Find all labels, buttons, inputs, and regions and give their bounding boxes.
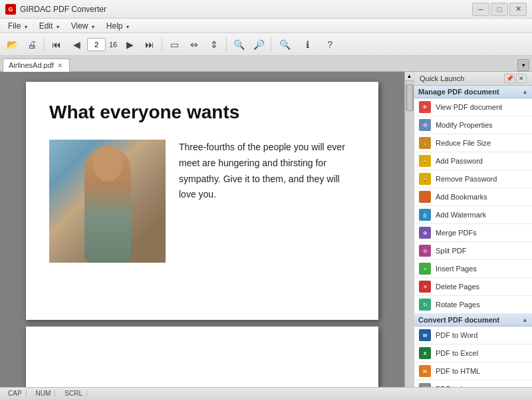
toolbar-open-button[interactable]: 📂 [3,36,21,53]
panel-item-merge-pdfs[interactable]: ⊕ Merge PDFs [414,224,532,242]
toolbar-last-button[interactable]: ⏭ [140,36,159,53]
scroll-up-button[interactable]: ▲ [405,72,414,81]
quick-launch-header: Quick Launch 📌 ✕ [414,72,532,86]
view-pdf-icon: 👁 [418,100,432,114]
pdf-to-word-icon: W [418,329,432,342]
panel-item-reduce-size[interactable]: ↓ Reduce File Size [414,134,532,152]
panel-item-insert-pages[interactable]: + Insert Pages [414,260,532,278]
close-button[interactable]: ✕ [509,3,527,16]
app-icon: G [5,4,16,15]
toolbar-next-button[interactable]: ▶ [120,36,139,53]
tab-dropdown-button[interactable]: ▾ [517,59,529,71]
panel-item-label: Insert Pages [436,265,477,273]
remove-password-icon: 🔓 [418,172,432,186]
status-cap: CAP [4,390,27,397]
panel-item-pdf-to-word[interactable]: W PDF to Word [414,327,532,344]
panel-item-label: PDF to Excel [436,349,478,357]
panel-item-remove-password[interactable]: 🔓 Remove Password [414,170,532,188]
panel-item-label: View PDF document [436,103,502,111]
toolbar-prev-button[interactable]: ◀ [67,36,86,53]
panel-item-label: PDF to Word [436,331,477,339]
page-heading: What everyone wants [49,102,355,123]
toolbar-print-button[interactable]: 🖨 [23,36,41,53]
page-total: 16 [107,41,119,49]
close-panel-button[interactable]: ✕ [516,74,527,83]
toolbar-fit-width-button[interactable]: ⇔ [185,36,203,53]
pdf-to-excel-icon: X [418,346,432,360]
panel-item-label: Merge PDFs [436,229,477,237]
tab-label: AirlinesAd.pdf [9,61,54,69]
page-image [49,140,166,263]
manage-section-toggle[interactable]: ▲ [522,88,528,95]
pdf-page-secondary [26,327,378,389]
panel-item-label: Split PDF [436,247,466,255]
minimize-button[interactable]: ─ [472,3,489,16]
panel-item-add-password[interactable]: 🔒 Add Password [414,152,532,170]
page-number-input[interactable]: 2 [87,38,106,51]
pdf-page-main: What everyone wants Three-fourths of the… [26,82,378,320]
scroll-thumb[interactable] [406,84,414,111]
merge-pdfs-icon: ⊕ [418,226,432,239]
panel-item-split-pdf[interactable]: ⊘ Split PDF [414,242,532,260]
manage-section-header[interactable]: Manage PDF document ▲ [414,86,532,98]
toolbar-find-button[interactable]: 🔍 [274,36,295,53]
panel-item-add-watermark[interactable]: 💧 Add Watermark [414,206,532,224]
panel-item-delete-pages[interactable]: ✕ Delete Pages [414,278,532,296]
tab-bar: AirlinesAd.pdf ✕ ▾ [0,56,532,72]
status-bar: CAP NUM SCRL [0,387,532,399]
panel-item-label: PDF to HTML [436,367,480,375]
menu-bar: File ▾ Edit ▾ View ▾ Help ▾ [0,19,532,33]
toolbar-separator-3 [226,37,227,52]
tab-airlines-ad[interactable]: AirlinesAd.pdf ✕ [3,59,70,72]
panel-item-label: Add Bookmarks [436,193,487,201]
status-num: NUM [32,390,56,397]
toolbar-separator-2 [162,37,162,52]
vertical-scrollbar[interactable]: ▲ ▼ [404,72,414,399]
quick-launch-title: Quick Launch [420,74,464,82]
panel-item-pdf-to-excel[interactable]: X PDF to Excel [414,344,532,362]
menu-help[interactable]: Help ▾ [101,20,134,32]
title-text: GIRDAC PDF Converter [20,5,106,14]
pin-button[interactable]: 📌 [504,74,515,83]
toolbar-info-button[interactable]: ℹ [297,36,318,53]
add-password-icon: 🔒 [418,154,432,168]
menu-view[interactable]: View ▾ [66,20,100,32]
modify-properties-icon: ⚙ [418,118,432,132]
insert-pages-icon: + [418,262,432,275]
convert-section-toggle[interactable]: ▲ [522,317,528,323]
panel-item-label: Add Watermark [436,211,486,219]
page-content: What everyone wants Three-fourths of the… [26,82,378,283]
add-watermark-icon: 💧 [418,208,432,221]
restore-button[interactable]: □ [491,3,508,16]
toolbar-first-button[interactable]: ⏮ [47,36,66,53]
title-bar-left: G GIRDAC PDF Converter [5,4,106,15]
toolbar-help-button[interactable]: ? [319,36,340,53]
menu-file[interactable]: File ▾ [3,20,33,32]
menu-edit[interactable]: Edit ▾ [34,20,65,32]
convert-section-header[interactable]: Convert PDF document ▲ [414,314,532,327]
toolbar-zoom-in-button[interactable]: 🔍 [229,36,248,53]
document-area: What everyone wants Three-fourths of the… [0,72,404,399]
delete-pages-icon: ✕ [418,280,432,293]
toolbar-separator-4 [271,37,271,52]
panel-item-rotate-pages[interactable]: ↻ Rotate Pages [414,296,532,314]
split-pdf-icon: ⊘ [418,244,432,257]
page-text: Three-fourths of the people you will eve… [179,140,355,263]
panel-item-pdf-to-html[interactable]: H PDF to HTML [414,362,532,380]
panel-item-label: Add Password [436,157,483,165]
convert-section-title: Convert PDF document [418,316,499,324]
toolbar-fit-page-button[interactable]: ⇕ [205,36,223,53]
title-bar: G GIRDAC PDF Converter ─ □ ✕ [0,0,532,19]
panel-item-modify-properties[interactable]: ⚙ Modify Properties [414,116,532,134]
pdf-to-html-icon: H [418,364,432,378]
manage-section-title: Manage PDF document [418,88,499,96]
toolbar-single-page-button[interactable]: ▭ [165,36,184,53]
document-scroll[interactable]: What everyone wants Three-fourths of the… [0,72,404,399]
quick-launch-actions: 📌 ✕ [504,74,527,83]
scroll-track[interactable] [405,81,414,390]
panel-item-add-bookmarks[interactable]: 🔖 Add Bookmarks [414,188,532,206]
tab-close-button[interactable]: ✕ [57,62,63,69]
toolbar-zoom-out-button[interactable]: 🔎 [249,36,268,53]
reduce-size-icon: ↓ [418,136,432,150]
panel-item-view-pdf[interactable]: 👁 View PDF document [414,98,532,116]
